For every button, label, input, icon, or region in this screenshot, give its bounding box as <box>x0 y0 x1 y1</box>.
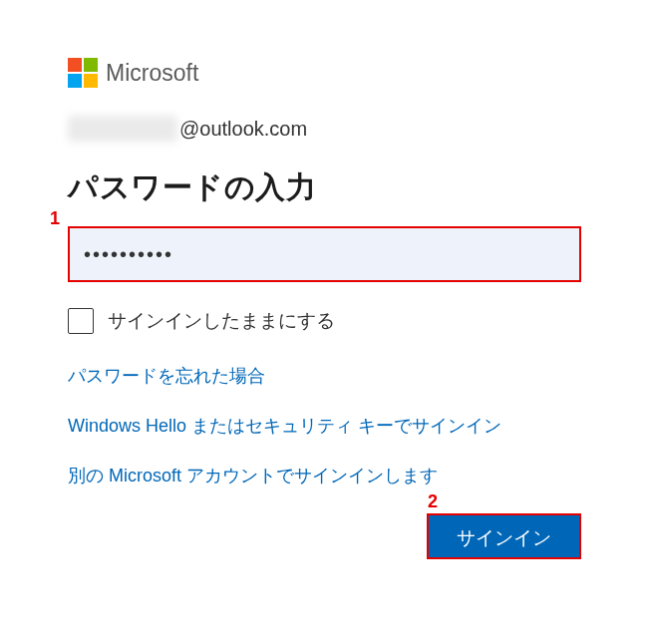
annotation-2: 2 <box>428 491 438 512</box>
brand-name: Microsoft <box>106 60 198 87</box>
page-title: パスワードの入力 <box>68 167 581 208</box>
keep-signed-in-row: サインインしたままにする <box>68 308 581 334</box>
keep-signed-in-checkbox[interactable] <box>68 308 94 334</box>
annotation-1: 1 <box>50 208 60 229</box>
brand-row: Microsoft <box>68 58 581 88</box>
forgot-password-link[interactable]: パスワードを忘れた場合 <box>68 364 581 388</box>
email-local-redacted <box>68 116 177 142</box>
account-identity[interactable]: @outlook.com <box>68 116 581 142</box>
password-field-wrapper: 1 •••••••••• <box>68 226 581 282</box>
password-input[interactable]: •••••••••• <box>68 226 581 282</box>
email-domain: @outlook.com <box>179 118 307 141</box>
signin-button[interactable]: サインイン <box>427 513 581 559</box>
password-masked-value: •••••••••• <box>84 243 173 266</box>
button-row: 2 サインイン <box>68 513 581 559</box>
windows-hello-link[interactable]: Windows Hello またはセキュリティ キーでサインイン <box>68 414 581 438</box>
other-account-link[interactable]: 別の Microsoft アカウントでサインインします <box>68 464 581 487</box>
keep-signed-in-label: サインインしたままにする <box>108 308 335 334</box>
microsoft-logo-icon <box>68 58 98 88</box>
